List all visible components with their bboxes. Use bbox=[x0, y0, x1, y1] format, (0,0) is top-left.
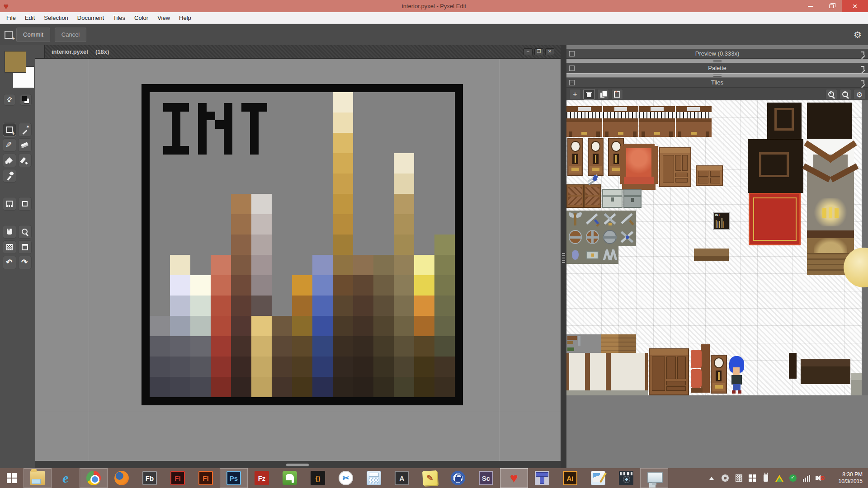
tile-crate[interactable] bbox=[584, 184, 601, 208]
gear-icon[interactable]: ⚙ bbox=[854, 29, 862, 40]
canvas-pixel[interactable] bbox=[353, 92, 373, 113]
canvas-pixel[interactable] bbox=[414, 296, 434, 316]
canvas-pixel[interactable] bbox=[251, 214, 272, 235]
canvas-pixel[interactable] bbox=[434, 377, 455, 397]
canvas-pixel[interactable] bbox=[272, 275, 292, 296]
foreground-color-swatch[interactable] bbox=[5, 52, 26, 72]
canvas-pixel[interactable] bbox=[231, 255, 251, 275]
canvas-pixel[interactable] bbox=[272, 194, 292, 214]
canvas-pixel[interactable] bbox=[434, 214, 455, 235]
canvas-pixel[interactable] bbox=[434, 316, 455, 336]
panel-collapse-icon[interactable] bbox=[569, 66, 575, 71]
panel-splitter[interactable] bbox=[561, 45, 566, 468]
chrome[interactable] bbox=[80, 468, 108, 488]
canvas-pixel[interactable] bbox=[231, 336, 251, 357]
hand-tool[interactable] bbox=[3, 225, 16, 239]
canvas-pixel[interactable] bbox=[333, 214, 353, 235]
canvas-pixel[interactable] bbox=[170, 377, 190, 397]
canvas-pixel[interactable] bbox=[150, 214, 170, 235]
calculator[interactable] bbox=[360, 468, 388, 488]
canvas-pixel[interactable] bbox=[150, 296, 170, 316]
canvas-pixel[interactable] bbox=[251, 296, 272, 316]
canvas-pixel[interactable] bbox=[333, 133, 353, 153]
canvas-pixel[interactable] bbox=[251, 194, 272, 214]
tile-item-chest-small[interactable] bbox=[584, 246, 601, 263]
canvas-pixel[interactable] bbox=[353, 235, 373, 255]
canvas-pixel[interactable] bbox=[211, 174, 231, 194]
canvas-pixel[interactable] bbox=[312, 153, 333, 174]
creative-cloud-icon[interactable] bbox=[721, 474, 730, 483]
tile-dark-wall-frame[interactable] bbox=[767, 103, 802, 139]
canvas-pixel[interactable] bbox=[333, 235, 353, 255]
pixel-grid[interactable] bbox=[150, 92, 455, 397]
pyxel-edit[interactable]: ♥ bbox=[500, 468, 528, 488]
snipping-tool[interactable]: ✂ bbox=[332, 468, 360, 488]
tile-item-pot[interactable] bbox=[566, 246, 584, 263]
canvas-pixel[interactable] bbox=[373, 316, 394, 336]
menu-selection[interactable]: Selection bbox=[39, 13, 72, 23]
canvas-pixel[interactable] bbox=[211, 316, 231, 336]
canvas-pixel[interactable] bbox=[150, 113, 170, 133]
zoom-out-button[interactable] bbox=[840, 89, 851, 100]
canvas-pixel[interactable] bbox=[231, 194, 251, 214]
canvas-pixel[interactable] bbox=[373, 92, 394, 113]
commit-button[interactable]: Commit bbox=[16, 28, 50, 42]
grid-view-tool[interactable] bbox=[3, 240, 16, 254]
canvas-pixel[interactable] bbox=[353, 357, 373, 377]
tile-piano[interactable] bbox=[676, 106, 712, 136]
canvas-pixel[interactable] bbox=[312, 235, 333, 255]
eyedropper-tool[interactable] bbox=[3, 169, 16, 183]
tile-weapon-crossed-swords[interactable] bbox=[601, 211, 618, 228]
canvas-pixel[interactable] bbox=[272, 153, 292, 174]
canvas-pixel[interactable] bbox=[353, 153, 373, 174]
tile-sword-bundle[interactable] bbox=[585, 175, 599, 186]
canvas-pixel[interactable] bbox=[414, 214, 434, 235]
tile-stone-slab[interactable] bbox=[851, 373, 862, 395]
tile-metal-chest-dark[interactable] bbox=[623, 189, 642, 208]
canvas-pixel[interactable] bbox=[292, 235, 312, 255]
canvas-pixel[interactable] bbox=[353, 316, 373, 336]
panel-popout-icon[interactable] bbox=[860, 80, 865, 85]
canvas-pixel[interactable] bbox=[272, 214, 292, 235]
canvas-pixel[interactable] bbox=[312, 92, 333, 113]
magic-wand-tool[interactable] bbox=[18, 123, 32, 136]
sticky-notes[interactable]: ✎ bbox=[416, 468, 444, 488]
menu-file[interactable]: File bbox=[2, 13, 20, 23]
fill-bucket-tool[interactable] bbox=[3, 154, 16, 167]
tray-expand-arrow-icon[interactable] bbox=[707, 474, 716, 483]
canvas-pixel[interactable] bbox=[394, 255, 414, 275]
canvas-pixel[interactable] bbox=[170, 194, 190, 214]
canvas-pixel[interactable] bbox=[251, 235, 272, 255]
canvas-pixel[interactable] bbox=[292, 194, 312, 214]
canvas-pixel[interactable] bbox=[272, 255, 292, 275]
tile-weapon-sword[interactable] bbox=[618, 211, 636, 228]
canvas-pixel[interactable] bbox=[170, 296, 190, 316]
canvas-pixel[interactable] bbox=[353, 275, 373, 296]
canvas-pixel[interactable] bbox=[292, 275, 312, 296]
canvas-pixel[interactable] bbox=[231, 377, 251, 397]
canvas-pixel[interactable] bbox=[211, 194, 231, 214]
tile-planks-mid[interactable] bbox=[618, 334, 636, 353]
canvas-pixel[interactable] bbox=[414, 153, 434, 174]
canvas-pixel[interactable] bbox=[150, 153, 170, 174]
canvas-pixel[interactable] bbox=[211, 214, 231, 235]
video-tool[interactable] bbox=[612, 468, 640, 488]
canvas-pixel[interactable] bbox=[373, 235, 394, 255]
canvas-pixel[interactable] bbox=[353, 174, 373, 194]
panel-collapse-icon[interactable] bbox=[569, 51, 575, 56]
canvas-pixel[interactable] bbox=[394, 336, 414, 357]
canvas-pixel[interactable] bbox=[150, 316, 170, 336]
canvas-pixel[interactable] bbox=[150, 174, 170, 194]
evernote[interactable] bbox=[276, 468, 304, 488]
tile-red-carpet-selected[interactable] bbox=[749, 193, 801, 245]
canvas-pixel[interactable] bbox=[434, 255, 455, 275]
canvas-pixel[interactable] bbox=[312, 214, 333, 235]
delete-tile-button[interactable] bbox=[583, 89, 595, 100]
canvas-pixel[interactable] bbox=[190, 153, 211, 174]
canvas-pixel[interactable] bbox=[211, 255, 231, 275]
palette-panel-header[interactable]: Palette bbox=[566, 63, 868, 73]
canvas-pixel[interactable] bbox=[211, 357, 231, 377]
horizontal-scrollbar[interactable] bbox=[35, 461, 561, 468]
tile-shield-wood-cross[interactable] bbox=[584, 228, 601, 246]
tile-wardrobe-tall[interactable] bbox=[649, 348, 689, 395]
